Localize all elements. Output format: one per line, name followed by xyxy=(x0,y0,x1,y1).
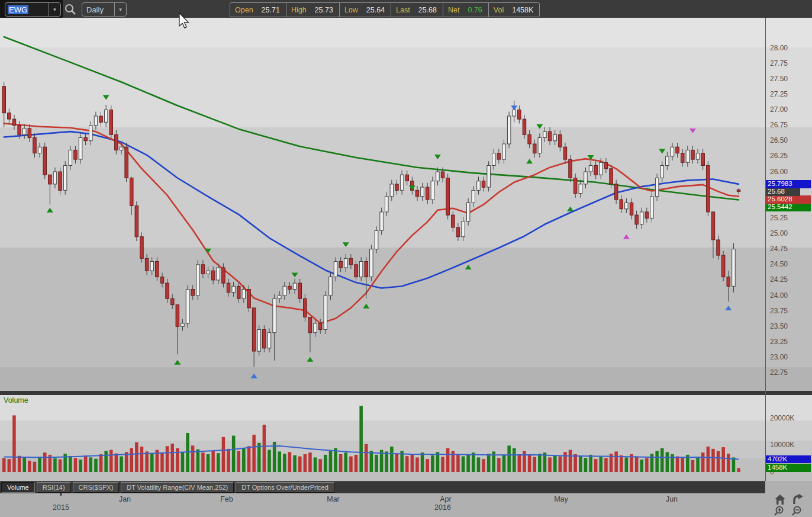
candle-body xyxy=(298,283,302,298)
candle-body xyxy=(324,296,327,330)
candle-body xyxy=(166,283,169,298)
candle-body xyxy=(569,159,572,178)
candle-body xyxy=(660,166,664,178)
volume-bar xyxy=(257,443,261,472)
volume-bar xyxy=(584,458,588,472)
candle-body xyxy=(630,203,633,215)
candle-body xyxy=(109,110,113,135)
volume-chart[interactable] xyxy=(0,395,765,481)
volume-bar xyxy=(2,458,6,472)
price-axis[interactable]: 28.0027.7527.5027.2527.0026.7526.5026.25… xyxy=(766,0,812,517)
quote-value: 25.73 xyxy=(315,6,333,14)
candle-body xyxy=(400,175,404,190)
volume-bar xyxy=(711,449,715,472)
candle-body xyxy=(237,286,241,298)
candle-body xyxy=(390,184,394,197)
candle-body xyxy=(686,150,689,162)
zoom-in-icon[interactable] xyxy=(773,505,785,517)
candle-body xyxy=(191,290,195,296)
price-chart[interactable] xyxy=(0,18,765,391)
volume-bar xyxy=(59,460,62,472)
candle-body xyxy=(640,212,644,224)
quote-label: Open xyxy=(235,6,253,14)
signal-down-triangle-icon xyxy=(292,273,298,278)
year-label: 2015 xyxy=(53,503,69,512)
zoom-out-icon[interactable] xyxy=(791,505,803,517)
candle-body xyxy=(171,298,175,304)
candle-body xyxy=(375,230,378,249)
candle-body xyxy=(43,147,47,175)
indicator-tab-dt-options-over-underpriced[interactable]: DT Options Over/UnderPriced xyxy=(236,482,334,493)
signal-down-triangle-icon xyxy=(343,242,349,247)
date-axis[interactable]: JanFebMarAprMayJun20152016 xyxy=(0,493,812,517)
volume-bar xyxy=(614,451,618,472)
candle-body xyxy=(140,237,144,259)
interval-dropdown-arrow-icon[interactable]: ▼ xyxy=(114,3,126,16)
volume-bar xyxy=(462,457,465,472)
signal-up-triangle-icon xyxy=(251,374,257,378)
candle-body xyxy=(125,147,128,178)
symbol-input[interactable]: EWG ▼ xyxy=(5,2,61,17)
pane-divider[interactable] xyxy=(0,391,812,395)
signal-up-triangle-icon xyxy=(526,159,533,163)
quote-label: Last xyxy=(396,6,410,14)
month-label: Feb xyxy=(220,495,233,503)
volume-bar xyxy=(717,451,720,473)
volume-bar xyxy=(518,454,521,472)
candle-body xyxy=(548,131,552,141)
indicator-tab-crs-spx[interactable]: CRS($SPX) xyxy=(73,482,120,493)
candle-body xyxy=(579,184,582,194)
candle-body xyxy=(497,153,501,160)
volume-bar xyxy=(477,457,481,472)
interval-select[interactable]: Daily ▼ xyxy=(82,2,127,17)
volume-bar xyxy=(390,447,394,472)
volume-bar xyxy=(43,452,47,472)
candle-body xyxy=(604,162,607,168)
volume-bar xyxy=(211,451,215,473)
volume-bar xyxy=(115,454,118,472)
volume-bar xyxy=(339,454,343,472)
search-icon[interactable] xyxy=(63,3,78,16)
volume-bar xyxy=(94,459,98,472)
volume-bars-layer xyxy=(2,406,740,473)
candle-body xyxy=(385,197,389,212)
quote-value: 0.76 xyxy=(468,6,482,14)
indicator-tab-dt-volatility-range-civ-mean-252[interactable]: DT Volatility Range(CIV Mean,252) xyxy=(121,482,234,493)
candles-layer xyxy=(2,82,740,367)
candle-body xyxy=(201,265,205,274)
volume-bar xyxy=(395,454,399,472)
volume-bar xyxy=(12,415,16,472)
symbol-dropdown-arrow-icon[interactable]: ▼ xyxy=(49,3,60,16)
volume-bar xyxy=(181,452,185,472)
interval-value[interactable]: Daily xyxy=(82,3,114,16)
candle-body xyxy=(543,131,547,137)
candle-body xyxy=(63,166,67,191)
candle-body xyxy=(69,150,72,165)
volume-bar xyxy=(109,450,113,472)
candle-body xyxy=(252,308,256,351)
volume-bar xyxy=(145,451,149,472)
volume-bar xyxy=(69,456,72,472)
price-axis-label: 27.75 xyxy=(770,59,788,68)
candle-body xyxy=(12,119,16,126)
indicator-tab-volume[interactable]: Volume xyxy=(1,482,35,493)
candle-body xyxy=(314,323,317,333)
volume-bar xyxy=(620,455,623,472)
quote-label: Vol xyxy=(494,6,504,14)
month-label: Jan xyxy=(119,495,131,503)
candle-body xyxy=(150,262,154,271)
volume-bar xyxy=(324,455,327,472)
candle-body xyxy=(431,181,434,200)
quote-label: Net xyxy=(448,6,459,14)
volume-bar xyxy=(130,448,134,472)
candle-body xyxy=(130,178,134,206)
candle-body xyxy=(584,172,588,184)
home-icon[interactable] xyxy=(774,494,786,505)
volume-bar xyxy=(415,457,419,472)
undo-icon[interactable] xyxy=(791,493,804,505)
candle-body xyxy=(456,227,460,237)
symbol-value[interactable]: EWG xyxy=(5,3,49,16)
volume-axis-label: 20000K xyxy=(770,414,794,422)
signal-up-triangle-icon xyxy=(363,304,369,309)
indicator-tab-rsi-14[interactable]: RSI(14) xyxy=(37,482,71,493)
